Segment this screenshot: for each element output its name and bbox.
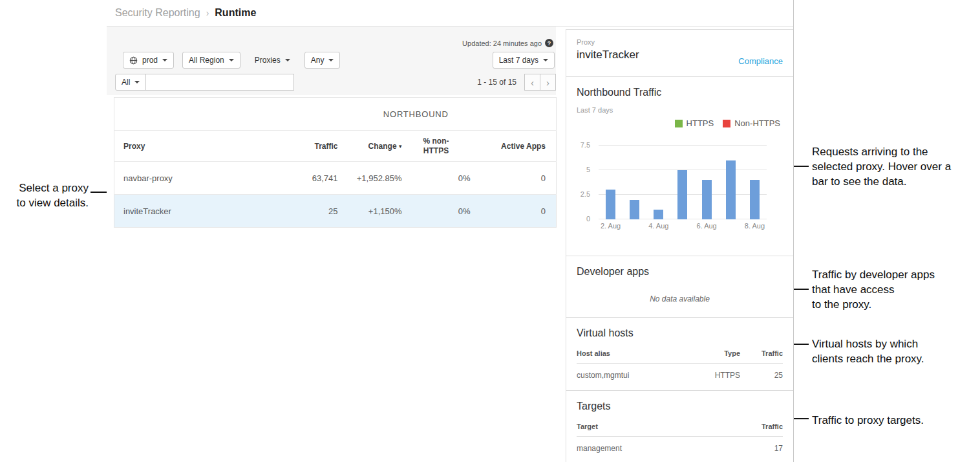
legend-item: Non-HTTPS xyxy=(723,118,780,128)
column-header-change[interactable]: Change ▾ xyxy=(338,131,402,162)
annotation-line: Traffic by developer apps xyxy=(812,267,979,282)
chart-bar-slot xyxy=(743,146,767,219)
environment-dropdown[interactable]: prod xyxy=(123,52,174,69)
region-dropdown[interactable]: All Region xyxy=(182,52,240,69)
cell-traffic: 25 xyxy=(740,364,783,380)
sort-desc-icon: ▾ xyxy=(399,143,402,149)
column-header-target: Target xyxy=(577,423,740,437)
chart-bar[interactable] xyxy=(654,210,663,219)
app-window: Security Reporting › Runtime Updated: 24… xyxy=(107,0,794,462)
chart-bar[interactable] xyxy=(750,180,760,219)
x-tick-label xyxy=(719,222,743,230)
table-group-header-row: NORTHBOUND xyxy=(114,98,557,131)
annotation-line: to view details. xyxy=(0,195,89,210)
x-tick-label: 4. Aug xyxy=(646,222,670,230)
search-scope-dropdown[interactable]: All xyxy=(115,74,146,91)
column-header-traffic: Traffic xyxy=(740,349,783,364)
help-icon[interactable]: ? xyxy=(545,39,553,47)
environment-label: prod xyxy=(142,56,158,65)
breadcrumb-parent[interactable]: Security Reporting xyxy=(115,7,200,19)
table-row[interactable]: inviteTracker25+1,150%0%0 xyxy=(114,195,557,228)
cell-active-apps: 0 xyxy=(471,195,557,228)
updated-text: Updated: 24 minutes ago xyxy=(462,39,542,47)
column-header-type: Type xyxy=(688,349,740,364)
page: Select a proxy to view details. Requests… xyxy=(0,0,980,462)
region-label: All Region xyxy=(189,56,224,65)
prev-page-button[interactable]: ‹ xyxy=(524,74,540,91)
virtual-hosts-table: Host alias Type Traffic custom,mgmtui HT… xyxy=(577,349,783,380)
table-header-row: Target Traffic xyxy=(577,423,783,437)
pagination-status: 1 - 15 of 15 xyxy=(477,78,517,87)
search-row: All 1 - 15 of 15 ‹ › xyxy=(115,74,556,91)
virtual-hosts-section: Virtual hosts Host alias Type Traffic cu… xyxy=(566,318,793,391)
column-header-active-apps[interactable]: Active Apps xyxy=(471,131,557,162)
legend-swatch-icon xyxy=(675,120,683,127)
x-tick-label xyxy=(670,222,694,230)
breadcrumb-current: Runtime xyxy=(215,7,256,19)
table-row[interactable]: navbar-proxy63,741+1,952.85%0%0 xyxy=(114,162,557,195)
chart-bar-slot xyxy=(599,146,623,219)
northbound-traffic-section: Northbound Traffic Last 7 days HTTPSNon-… xyxy=(566,77,793,256)
table-row[interactable]: management 17 xyxy=(577,437,783,454)
column-header-traffic: Traffic xyxy=(740,423,783,437)
proxy-list-panel: Updated: 24 minutes ago ? prod All Regio… xyxy=(107,27,556,228)
page-divider xyxy=(793,0,794,462)
proxy-table: NORTHBOUND Proxy Traffic Change ▾ % non-… xyxy=(114,97,557,228)
chart-bar-slot xyxy=(623,146,646,219)
chart-bar-slot xyxy=(646,146,670,219)
detail-panel: Proxy inviteTracker Compliance Northboun… xyxy=(566,29,793,462)
compliance-link[interactable]: Compliance xyxy=(738,56,783,66)
cell-change: +1,150% xyxy=(338,195,402,228)
column-header-non-https-label: % non-HTTPS xyxy=(418,137,454,156)
updated-status: Updated: 24 minutes ago ? xyxy=(115,39,556,47)
y-tick-label: 2.5 xyxy=(581,190,590,198)
proxy-table-body: navbar-proxy63,741+1,952.85%0%0inviteTra… xyxy=(114,162,557,228)
annotation-virtual-hosts: Virtual hosts by which clients reach the… xyxy=(812,336,979,366)
chevron-left-icon: ‹ xyxy=(531,77,534,88)
chart-bar[interactable] xyxy=(702,180,712,219)
annotation-line: bar to see the data. xyxy=(812,174,979,189)
table-row[interactable]: custom,mgmtui HTTPS 25 xyxy=(577,364,783,380)
proxies-label: Proxies xyxy=(255,56,281,65)
empty-cell xyxy=(114,98,276,131)
legend-item: HTTPS xyxy=(675,118,714,128)
chevron-down-icon xyxy=(328,59,334,61)
cell-change: +1,952.85% xyxy=(338,162,402,195)
time-range-dropdown[interactable]: Last 7 days xyxy=(493,52,555,69)
annotation-northbound: Requests arriving to the selected proxy.… xyxy=(812,144,979,189)
annotation-line: Select a proxy xyxy=(0,181,89,195)
any-dropdown[interactable]: Any xyxy=(304,52,341,69)
annotation-line: Traffic to proxy targets. xyxy=(812,413,979,428)
table-header-row: Host alias Type Traffic xyxy=(577,349,783,364)
chart-bar[interactable] xyxy=(606,190,615,219)
next-page-button[interactable]: › xyxy=(540,74,556,91)
cell-proxy: inviteTracker xyxy=(114,195,276,228)
cell-traffic: 17 xyxy=(740,437,783,454)
search-input[interactable] xyxy=(145,74,294,91)
targets-title: Targets xyxy=(577,401,783,412)
chart-bar[interactable] xyxy=(630,200,639,219)
legend-label: Non-HTTPS xyxy=(734,118,780,128)
chart-bar[interactable] xyxy=(677,170,687,219)
y-tick-label: 7.5 xyxy=(581,141,590,149)
group-header-northbound: NORTHBOUND xyxy=(276,98,557,131)
globe-icon xyxy=(129,56,138,65)
virtual-hosts-title: Virtual hosts xyxy=(577,327,783,339)
annotation-line: selected proxy. Hover over a xyxy=(812,159,979,174)
chevron-down-icon xyxy=(162,59,167,61)
annotation-developer-apps: Traffic by developer apps that have acce… xyxy=(812,267,979,312)
column-header-traffic[interactable]: Traffic xyxy=(276,131,338,162)
column-header-non-https[interactable]: % non-HTTPS xyxy=(402,131,471,162)
developer-apps-section: Developer apps No data available xyxy=(566,256,793,318)
chart-x-axis: 2. Aug4. Aug6. Aug8. Aug xyxy=(599,222,767,230)
chart-bar[interactable] xyxy=(726,160,736,219)
table-header-row: Proxy Traffic Change ▾ % non-HTTPS Activ… xyxy=(114,131,557,162)
targets-section: Targets Target Traffic management 17 xyxy=(566,391,793,462)
column-header-proxy[interactable]: Proxy xyxy=(114,131,276,162)
annotation-line: clients reach the proxy. xyxy=(812,351,979,366)
empty-state-text: No data available xyxy=(577,294,783,303)
developer-apps-title: Developer apps xyxy=(577,266,783,278)
chart-bar-slot xyxy=(719,146,743,219)
proxies-dropdown[interactable]: Proxies xyxy=(249,52,296,69)
chevron-down-icon xyxy=(229,59,234,61)
